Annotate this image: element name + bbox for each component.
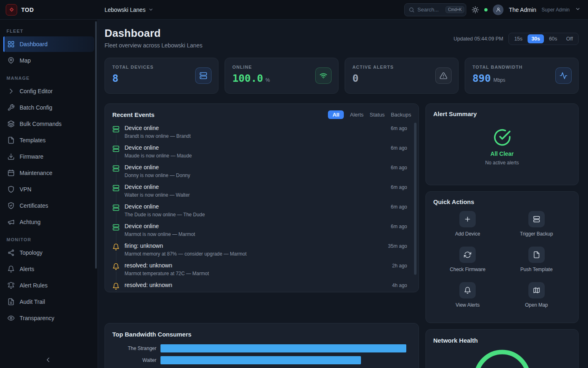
tab-alerts[interactable]: Alerts — [350, 110, 363, 119]
quick-actions-title: Quick Actions — [433, 198, 571, 205]
network-health-gauge: 100 — [472, 348, 533, 368]
search-input[interactable] — [417, 7, 443, 13]
sidebar-scrollbar[interactable] — [95, 21, 97, 269]
network-health-card: Network Health 100 — [425, 329, 579, 368]
sidebar-item-alert-rules[interactable]: Alert Rules — [3, 278, 94, 293]
sidebar-item-firmware[interactable]: Firmware — [3, 149, 94, 164]
event-row[interactable]: Device online Walter is now online — Wal… — [112, 184, 407, 203]
shield-check-icon — [7, 202, 15, 209]
event-row[interactable]: Device online Brandt is now online — Bra… — [112, 125, 407, 144]
chevron-right-icon — [7, 88, 15, 95]
sidebar-item-batch-config[interactable]: Batch Config — [3, 100, 94, 115]
bell-icon — [7, 265, 15, 273]
quick-action-trigger-backup[interactable]: Trigger Backup — [502, 211, 571, 237]
sidebar-item-certificates[interactable]: Certificates — [3, 198, 94, 213]
refresh-30s-button[interactable]: 30s — [528, 34, 544, 43]
quick-action-add-device[interactable]: Add Device — [433, 211, 502, 237]
event-title: Device online — [125, 144, 386, 152]
events-list[interactable]: Device online Brandt is now online — Bra… — [105, 124, 419, 292]
sidebar-section-monitor: MONITOR — [7, 237, 91, 242]
event-row[interactable]: firing: unknown Marmot memory at 87% — c… — [112, 242, 407, 262]
quick-action-push-template[interactable]: Push Template — [502, 247, 571, 272]
user-icon — [496, 7, 501, 12]
bell-icon — [112, 243, 120, 251]
tab-status[interactable]: Status — [370, 110, 385, 119]
server-icon — [199, 72, 207, 80]
event-row[interactable]: Device online Maude is now online — Maud… — [112, 144, 407, 164]
tab-backups[interactable]: Backups — [391, 110, 411, 119]
tab-all[interactable]: All — [328, 110, 344, 119]
check-circle-icon — [493, 128, 511, 146]
event-title: Device online — [125, 125, 386, 132]
quick-action-view-alerts[interactable]: View Alerts — [433, 282, 502, 308]
event-title: Device online — [125, 203, 386, 211]
sidebar-item-map[interactable]: Map — [3, 53, 94, 68]
refresh-15s-button[interactable]: 15s — [510, 34, 526, 43]
org-name: Lebowski Lanes — [105, 7, 145, 13]
event-row[interactable]: resolved: unknown 4h ago — [112, 282, 407, 292]
event-time: 35m ago — [388, 242, 407, 262]
bandwidth-device-label: The Stranger — [112, 346, 156, 351]
sidebar-item-label: Transparency — [20, 315, 54, 321]
server-icon — [112, 224, 120, 231]
search-icon — [409, 7, 414, 13]
eye-icon — [7, 314, 15, 322]
event-row[interactable]: resolved: unknown Marmot temperature at … — [112, 262, 407, 282]
sidebar-item-bulk-commands[interactable]: Bulk Commands — [3, 116, 94, 132]
collapse-sidebar-button[interactable] — [0, 352, 96, 368]
quick-action-open-map[interactable]: Open Map — [502, 282, 571, 308]
sidebar-item-label: Audit Trail — [20, 298, 45, 305]
event-time: 4h ago — [392, 282, 407, 292]
sidebar-item-config-editor[interactable]: Config Editor — [3, 83, 94, 99]
user-name: The Admin — [509, 7, 536, 13]
page-subtitle: Fleet overview across Lebowski Lanes — [105, 42, 203, 49]
stats-row: TOTAL DEVICES 8 ONLINE 100.0 % ACTIVE AL… — [105, 58, 579, 94]
sidebar-item-label: Alerts — [20, 266, 34, 272]
sidebar-item-audit-trail[interactable]: Audit Trail — [3, 294, 94, 310]
theme-toggle-button[interactable] — [472, 6, 479, 13]
refresh-icon — [464, 251, 471, 258]
sidebar-item-transparency[interactable]: Transparency — [3, 310, 94, 326]
map-pin-icon — [7, 57, 15, 64]
sidebar-item-alerts[interactable]: Alerts — [3, 261, 94, 277]
bandwidth-device-label: Walter — [112, 357, 156, 363]
event-detail: Brandt is now online — Brandt — [125, 133, 386, 139]
org-switcher[interactable]: Lebowski Lanes — [105, 7, 154, 13]
quick-action-label: Open Map — [525, 302, 548, 308]
search-box[interactable]: Cmd+K — [404, 3, 466, 16]
sidebar-item-topology[interactable]: Topology — [3, 245, 94, 260]
avatar[interactable] — [493, 4, 503, 15]
sidebar-section-fleet: FLEET — [7, 29, 91, 34]
sidebar-item-vpn[interactable]: VPN — [3, 182, 94, 197]
events-scrollbar[interactable] — [414, 123, 416, 275]
refresh-60s-button[interactable]: 60s — [545, 34, 561, 43]
sidebar-item-label: Alert Rules — [20, 282, 47, 289]
event-title: firing: unknown — [125, 242, 383, 250]
layers-icon — [7, 120, 15, 128]
alert-summary-status: All Clear — [490, 150, 514, 157]
refresh-off-button[interactable]: Off — [562, 34, 577, 43]
event-row[interactable]: Device online Donny is now online — Donn… — [112, 164, 407, 184]
topology-icon — [7, 249, 15, 256]
alert-summary-detail: No active alerts — [485, 160, 519, 166]
refresh-interval-control: 15s 30s 60s Off — [508, 33, 579, 45]
event-row[interactable]: Device online Marmot is now online — Mar… — [112, 223, 407, 242]
server-icon — [112, 204, 120, 211]
stat-card-total-bandwidth: TOTAL BANDWIDTH 890 Mbps — [465, 58, 579, 94]
user-role: Super Admin — [541, 7, 570, 13]
quick-action-check-firmware[interactable]: Check Firmware — [433, 247, 502, 272]
sidebar-item-dashboard[interactable]: Dashboard — [3, 36, 94, 52]
stat-value: 0 — [352, 73, 359, 83]
app-logo[interactable] — [6, 4, 17, 16]
user-menu-button[interactable] — [575, 6, 581, 13]
sidebar-item-maintenance[interactable]: Maintenance — [3, 165, 94, 181]
sidebar-item-templates[interactable]: Templates — [3, 132, 94, 148]
event-time: 6m ago — [391, 184, 407, 203]
event-row[interactable]: Device online The Dude is now online — T… — [112, 203, 407, 223]
event-detail: Maude is now online — Maude — [125, 153, 386, 159]
sidebar-item-achtung[interactable]: Achtung — [3, 214, 94, 230]
download-icon — [7, 153, 15, 160]
events-filter-tabs: All Alerts Status Backups — [328, 110, 411, 119]
page-title: Dashboard — [105, 27, 203, 40]
stat-unit: Mbps — [493, 77, 505, 83]
